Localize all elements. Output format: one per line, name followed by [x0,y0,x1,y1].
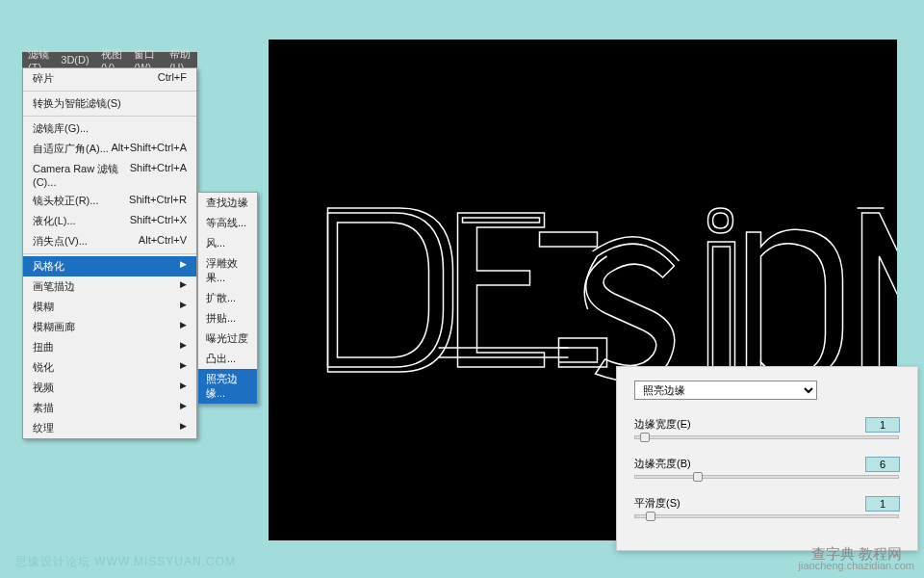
submenu-wind[interactable]: 风... [198,233,257,253]
submenu-glowing-edges[interactable]: 照亮边缘... [198,369,257,404]
submenu-tiles[interactable]: 拼贴... [198,308,257,328]
menu-item-brush-strokes[interactable]: 画笔描边▶ [23,276,196,297]
menu-item-convert-smart[interactable]: 转换为智能滤镜(S) [23,93,196,114]
stylize-submenu: 查找边缘 等高线... 风... 浮雕效果... 扩散... 拼贴... 曝光过… [197,192,258,405]
menu-item-distort[interactable]: 扭曲▶ [23,337,196,357]
edge-width-input[interactable] [865,417,900,433]
watermark-left: 思缘设计论坛 WWW.MISSYUAN.COM [15,554,236,570]
menu-item-blur-gallery[interactable]: 模糊画廊▶ [23,317,196,337]
chevron-right-icon: ▶ [180,320,187,334]
menu-3d[interactable]: 3D(D) [55,54,94,66]
menubar: 滤镜(T) 3D(D) 视图(V) 窗口(W) 帮助(H) [22,52,197,67]
glowing-edges-panel: 照亮边缘 边缘宽度(E) 边缘亮度(B) 平滑度(S) [616,366,918,551]
filter-dropdown: 碎片Ctrl+F 转换为智能滤镜(S) 滤镜库(G)... 自适应广角(A)..… [22,67,197,439]
menu-item-stylize[interactable]: 风格化▶ [23,256,196,276]
smoothness-input[interactable] [865,496,900,512]
chevron-right-icon: ▶ [180,279,187,294]
separator [23,116,196,117]
submenu-emboss[interactable]: 浮雕效果... [198,253,257,288]
separator [23,91,196,92]
menu-item-adaptive-wide[interactable]: 自适应广角(A)...Alt+Shift+Ctrl+A [23,139,196,159]
submenu-solarize[interactable]: 曝光过度 [198,328,257,349]
smoothness-label: 平滑度(S) [634,496,715,511]
submenu-contour[interactable]: 等高线... [198,213,257,233]
chevron-right-icon: ▶ [180,421,187,435]
menu-item-blur[interactable]: 模糊▶ [23,297,196,317]
smoothness-slider[interactable] [634,514,899,518]
edge-width-slider[interactable] [634,435,899,439]
menu-item-texture[interactable]: 纹理▶ [23,418,196,438]
chevron-right-icon: ▶ [180,259,187,274]
separator [23,253,196,254]
menu-item-last-filter[interactable]: 碎片Ctrl+F [23,68,196,89]
chevron-right-icon: ▶ [180,340,187,355]
edge-brightness-slider[interactable] [634,475,899,479]
submenu-find-edges[interactable]: 查找边缘 [198,193,257,213]
submenu-extrude[interactable]: 凸出... [198,349,257,369]
chevron-right-icon: ▶ [180,381,187,395]
edge-brightness-input[interactable] [865,457,900,472]
menu-item-liquify[interactable]: 液化(L)...Shift+Ctrl+X [23,211,196,231]
watermark-right: 查字典 教程网 jiaocheng.chazidian.com [799,547,914,572]
chevron-right-icon: ▶ [180,401,187,415]
menu-item-lens-correction[interactable]: 镜头校正(R)...Shift+Ctrl+R [23,191,196,211]
menu-item-sketch[interactable]: 素描▶ [23,398,196,418]
edge-brightness-label: 边缘亮度(B) [634,457,715,471]
menu-item-sharpen[interactable]: 锐化▶ [23,357,196,378]
menu-item-video[interactable]: 视频▶ [23,378,196,398]
menu-item-camera-raw[interactable]: Camera Raw 滤镜(C)...Shift+Ctrl+A [23,159,196,191]
edge-width-label: 边缘宽度(E) [634,417,715,432]
preset-select[interactable]: 照亮边缘 [634,381,817,400]
submenu-diffuse[interactable]: 扩散... [198,288,257,308]
menu-item-filter-gallery[interactable]: 滤镜库(G)... [23,118,196,139]
chevron-right-icon: ▶ [180,360,187,375]
chevron-right-icon: ▶ [180,300,187,314]
menu-item-vanishing-point[interactable]: 消失点(V)...Alt+Ctrl+V [23,231,196,251]
